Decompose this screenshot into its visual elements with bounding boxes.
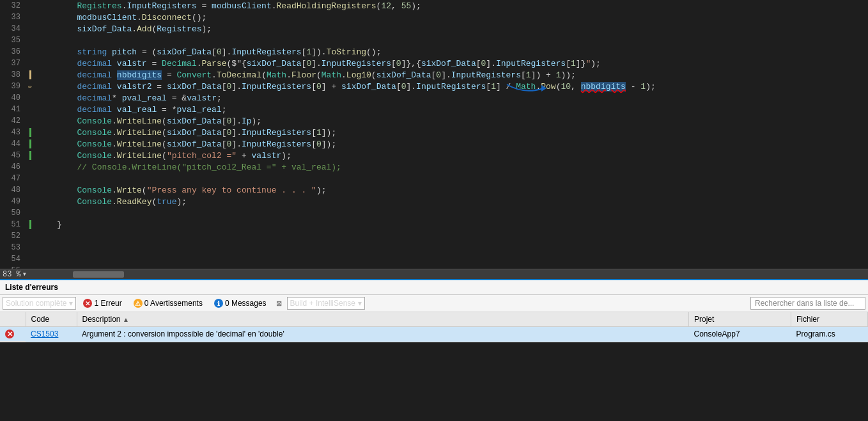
error-table: Code Description ▲ Projet Fichier ✕: [0, 312, 868, 342]
code-line-51: 51 }: [0, 219, 868, 230]
row-code-cell[interactable]: CS1503: [26, 327, 77, 342]
error-count-label: 1 Erreur: [94, 299, 121, 308]
build-dropdown-arrow: ▾: [358, 299, 362, 308]
code-lines: 32 Registres.InputRegisters = modbusClie…: [0, 0, 868, 269]
code-line-49: 49 Console.ReadKey(true);: [0, 196, 868, 207]
solution-dropdown-label: Solution complète: [6, 299, 66, 308]
code-line-42: 42 Console.WriteLine(sixDof_Data[0].Ip);: [0, 115, 868, 127]
code-line-53: 53: [0, 242, 868, 253]
col-description[interactable]: Description ▲: [77, 312, 689, 327]
code-line-46: 46 // Console.WriteLine("pitch_col2_Real…: [0, 161, 868, 173]
filter-icon[interactable]: ⊠: [276, 299, 282, 308]
error-code-link[interactable]: CS1503: [31, 330, 58, 338]
table-header-row: Code Description ▲ Projet Fichier: [0, 312, 868, 327]
row-description-cell: Argument 2 : conversion impossible de 'd…: [77, 327, 689, 342]
code-editor: 32 Registres.InputRegisters = modbusClie…: [0, 0, 868, 279]
code-line-52: 52: [0, 230, 868, 242]
solution-dropdown[interactable]: Solution complète ▾: [3, 297, 76, 310]
build-dropdown-label: Build + IntelliSense: [290, 299, 355, 308]
code-line-32: 32 Registres.InputRegisters = modbusClie…: [0, 0, 868, 12]
zoom-label: 83 %: [3, 270, 21, 279]
code-line-33: 33 modbusClient.Disconnect();: [0, 12, 868, 23]
message-icon: ℹ: [214, 299, 223, 308]
code-line-38: 38 decimal nbbdigits = Convert.ToDecimal…: [0, 69, 868, 81]
code-line-39: 39 ✏ decimal valstr2 = sixDof_Data[0].In…: [0, 81, 868, 92]
warning-count-label: 0 Avertissements: [144, 299, 203, 308]
scrollbar-thumb[interactable]: [73, 271, 124, 278]
code-line-48: 48 Console.Write("Press any key to conti…: [0, 184, 868, 196]
code-line-43: 43 Console.WriteLine(sixDof_Data[0].Inpu…: [0, 127, 868, 138]
message-count-button[interactable]: ℹ 0 Messages: [210, 297, 271, 310]
error-count-button[interactable]: ✕ 1 Erreur: [79, 297, 126, 310]
row-file-cell: Program.cs: [791, 327, 868, 342]
warning-icon: ⚠: [134, 299, 143, 308]
code-area[interactable]: 32 Registres.InputRegisters = modbusClie…: [0, 0, 868, 269]
error-icon: ✕: [83, 299, 92, 308]
warning-count-button[interactable]: ⚠ 0 Avertissements: [129, 297, 207, 310]
col-code[interactable]: Code: [26, 312, 77, 327]
search-box[interactable]: Rechercher dans la liste de...: [750, 297, 865, 310]
table-row[interactable]: ✕ CS1503 Argument 2 : conversion impossi…: [0, 327, 868, 342]
scrollbar-track[interactable]: [60, 271, 865, 278]
row-project-cell: ConsoleApp7: [689, 327, 791, 342]
row-error-icon: ✕: [5, 330, 14, 338]
search-placeholder: Rechercher dans la liste de...: [755, 299, 854, 308]
horizontal-scrollbar[interactable]: 83 % ▾: [0, 269, 868, 279]
error-toolbar: Solution complète ▾ ✕ 1 Erreur ⚠ 0 Avert…: [0, 295, 868, 312]
code-line-37: 37 decimal valstr = Decimal.Parse($"{six…: [0, 58, 868, 69]
error-panel-header: Liste d'erreurs: [0, 280, 868, 295]
error-panel: Liste d'erreurs Solution complète ▾ ✕ 1 …: [0, 279, 868, 342]
code-line-34: 34 sixDof_Data.Add(Registres);: [0, 23, 868, 35]
code-line-47: 47: [0, 173, 868, 184]
code-line-35: 35: [0, 35, 868, 46]
zoom-control[interactable]: 83 % ▾: [0, 269, 58, 279]
code-line-40: 40 decimal* pval_real = &valstr;: [0, 92, 868, 104]
code-line-36: 36 string pitch = (sixDof_Data[0].InputR…: [0, 46, 868, 58]
row-icon-cell: ✕: [0, 327, 26, 342]
code-line-54: 54: [0, 253, 868, 265]
col-icon: [0, 312, 26, 327]
code-line-50: 50: [0, 207, 868, 219]
code-line-44: 44 Console.WriteLine(sixDof_Data[0].Inpu…: [0, 138, 868, 150]
col-file[interactable]: Fichier: [791, 312, 868, 327]
col-project[interactable]: Projet: [689, 312, 791, 327]
zoom-dropdown-arrow[interactable]: ▾: [22, 269, 27, 279]
code-line-41: 41 decimal val_real = *pval_real;: [0, 104, 868, 115]
message-count-label: 0 Messages: [225, 299, 267, 308]
sort-arrow: ▲: [123, 316, 129, 323]
code-line-45: 45 Console.WriteLine("pitch_col2 =" + va…: [0, 150, 868, 161]
solution-dropdown-arrow: ▾: [69, 299, 73, 308]
error-panel-title: Liste d'erreurs: [5, 283, 58, 292]
build-dropdown[interactable]: Build + IntelliSense ▾: [287, 297, 365, 310]
